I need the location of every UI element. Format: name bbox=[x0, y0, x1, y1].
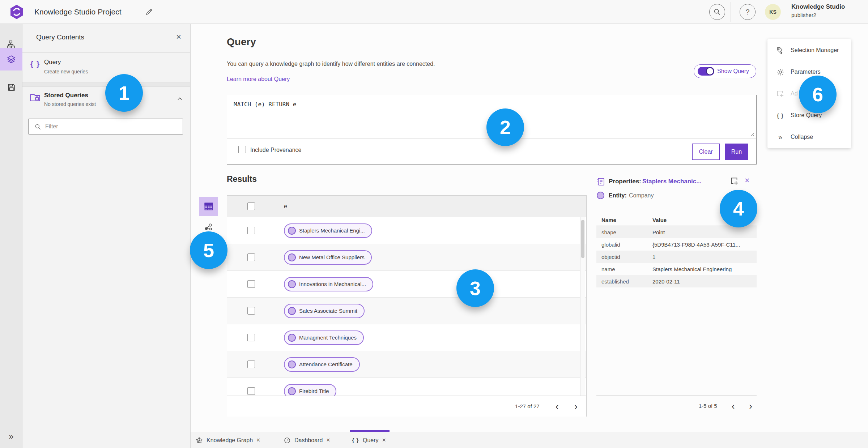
table-row: Attendance Certificate bbox=[227, 351, 586, 378]
scrollbar-thumb[interactable] bbox=[581, 220, 584, 258]
panel-close-icon[interactable]: × bbox=[176, 32, 181, 42]
property-row: established 2020-02-11 bbox=[596, 275, 757, 287]
menu-item-label: Parameters bbox=[791, 69, 821, 75]
double-chevron-icon: » bbox=[9, 431, 13, 441]
help-icon: ? bbox=[745, 8, 749, 16]
entity-pill[interactable]: Attendance Certificate bbox=[284, 357, 360, 372]
column-header-e: e bbox=[275, 196, 586, 217]
entity-pill[interactable]: Managment Techniques bbox=[284, 330, 364, 345]
row-checkbox[interactable] bbox=[247, 387, 255, 395]
tab-knowledge-graph[interactable]: Knowledge Graph × bbox=[196, 432, 260, 448]
property-name: name bbox=[596, 266, 652, 272]
results-pagination-text: 1-27 of 27 bbox=[515, 403, 540, 409]
properties-pagination-text: 1-5 of 5 bbox=[699, 403, 717, 409]
row-checkbox[interactable] bbox=[247, 253, 255, 261]
entity-dot-icon bbox=[288, 387, 296, 395]
prev-page-icon[interactable]: ‹ bbox=[556, 402, 559, 411]
panel-title: Query Contents bbox=[36, 33, 84, 41]
entity-label: Entity: bbox=[609, 192, 627, 199]
run-button[interactable]: Run bbox=[725, 144, 748, 160]
entity-dot-icon bbox=[288, 227, 296, 235]
select-all-checkbox[interactable] bbox=[247, 202, 255, 210]
entity-dot-icon bbox=[288, 334, 296, 342]
show-query-toggle-button[interactable]: Show Query bbox=[694, 64, 756, 78]
resize-grip-icon[interactable] bbox=[749, 131, 754, 136]
add-to-new-window-icon bbox=[776, 90, 784, 98]
callout-6: 6 bbox=[799, 76, 837, 113]
app-logo-icon[interactable] bbox=[10, 4, 24, 20]
query-text-input[interactable]: MATCH (e) RETURN e bbox=[234, 101, 296, 108]
tab-query-active[interactable]: { } Query × bbox=[352, 432, 386, 448]
learn-more-link[interactable]: Learn more about Query bbox=[227, 76, 290, 82]
property-value: {5D9B4713-F98D-4A53-A59F-C11... bbox=[652, 242, 757, 248]
sidebar-item-layers-selected[interactable] bbox=[0, 48, 22, 71]
entity-label: Firebird Title bbox=[299, 388, 329, 394]
menu-item-selection-manager[interactable]: Selection Manager bbox=[767, 39, 851, 61]
braces-icon: { } bbox=[352, 437, 359, 444]
table-row: Firebird Title bbox=[227, 378, 586, 396]
properties-label: Properties: bbox=[609, 178, 641, 185]
edit-title-icon[interactable] bbox=[145, 8, 153, 16]
property-row: objectid 1 bbox=[596, 251, 757, 263]
row-checkbox[interactable] bbox=[247, 227, 255, 234]
property-name: established bbox=[596, 278, 652, 285]
close-icon[interactable]: × bbox=[382, 436, 386, 444]
tab-dashboard[interactable]: Dashboard × bbox=[284, 432, 330, 448]
tab-label: Query bbox=[363, 437, 379, 444]
row-checkbox[interactable] bbox=[247, 360, 255, 368]
row-checkbox[interactable] bbox=[247, 334, 255, 341]
callout-5: 5 bbox=[190, 231, 227, 269]
row-checkbox[interactable] bbox=[247, 280, 255, 288]
entity-pill[interactable]: Sales Associate Summit bbox=[284, 304, 365, 318]
sidebar-item-save[interactable] bbox=[0, 76, 22, 98]
results-scrollbar[interactable] bbox=[580, 217, 585, 396]
chevron-up-icon[interactable] bbox=[176, 95, 183, 103]
link-chart-icon bbox=[204, 223, 213, 232]
row-checkbox[interactable] bbox=[247, 307, 255, 315]
toggle-knob bbox=[706, 67, 714, 75]
property-row: shape Point bbox=[596, 226, 757, 238]
include-provenance-checkbox[interactable] bbox=[238, 146, 246, 153]
properties-close-icon[interactable]: × bbox=[745, 176, 749, 185]
properties-entity-link[interactable]: Staplers Mechanic... bbox=[642, 178, 701, 185]
callout-1: 1 bbox=[105, 74, 143, 112]
user-avatar[interactable]: KS bbox=[765, 4, 781, 20]
braces-icon: { } bbox=[30, 60, 40, 68]
table-row: Innovations in Mechanical... bbox=[227, 271, 586, 298]
braces-icon: { } bbox=[776, 111, 784, 120]
expand-strip-button[interactable]: » bbox=[0, 431, 22, 441]
bottom-tab-bar: Knowledge Graph × Dashboard × { } Query … bbox=[191, 432, 868, 448]
results-rows: Staplers Mechanical Engi... New Metal Of… bbox=[227, 217, 586, 396]
filter-input[interactable] bbox=[45, 119, 179, 134]
entity-pill[interactable]: Innovations in Mechanical... bbox=[284, 277, 373, 291]
stored-queries-subtitle: No stored queries exist bbox=[44, 101, 96, 107]
search-button[interactable] bbox=[709, 4, 725, 20]
next-page-icon[interactable]: › bbox=[749, 401, 752, 411]
entity-pill[interactable]: Staplers Mechanical Engi... bbox=[284, 223, 372, 238]
table-row: Managment Techniques bbox=[227, 324, 586, 351]
close-icon[interactable]: × bbox=[326, 436, 330, 444]
close-icon[interactable]: × bbox=[256, 436, 260, 444]
layers-icon bbox=[7, 55, 16, 64]
property-value: Point bbox=[652, 229, 757, 235]
entity-pill[interactable]: Firebird Title bbox=[284, 384, 336, 396]
col-name-header: Name bbox=[596, 217, 652, 223]
menu-item-collapse[interactable]: » Collapse bbox=[767, 126, 851, 148]
help-button[interactable]: ? bbox=[740, 4, 756, 20]
entity-label: New Metal Office Suppliers bbox=[299, 254, 365, 260]
search-icon bbox=[713, 8, 721, 16]
active-tab-indicator bbox=[350, 430, 390, 432]
show-query-toggle[interactable] bbox=[698, 67, 714, 76]
menu-item-label: Selection Manager bbox=[791, 47, 839, 54]
add-to-new-window-icon[interactable] bbox=[730, 176, 739, 186]
property-name: shape bbox=[596, 229, 652, 235]
next-page-icon[interactable]: › bbox=[574, 402, 578, 411]
table-view-button[interactable] bbox=[199, 197, 218, 216]
prev-page-icon[interactable]: ‹ bbox=[732, 401, 735, 411]
properties-icon bbox=[596, 177, 605, 186]
entity-label: Innovations in Mechanical... bbox=[299, 281, 366, 287]
clear-button[interactable]: Clear bbox=[692, 144, 720, 160]
save-icon bbox=[7, 83, 16, 92]
entity-pill[interactable]: New Metal Office Suppliers bbox=[284, 250, 372, 265]
entity-label: Managment Techniques bbox=[299, 334, 357, 341]
